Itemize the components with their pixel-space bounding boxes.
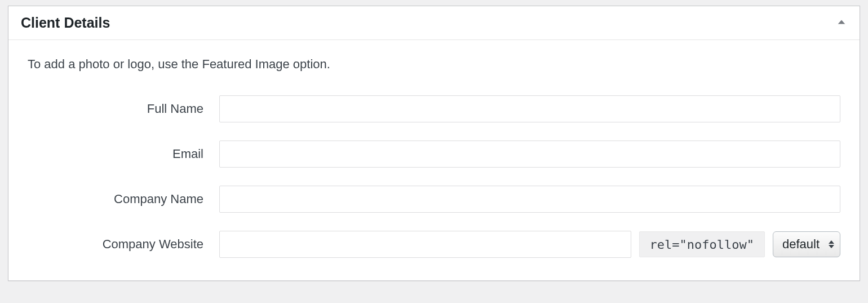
client-details-panel: Client Details To add a photo or logo, u… (8, 6, 860, 281)
email-label: Email (28, 147, 219, 161)
rel-select-value: default (782, 237, 820, 252)
company-website-row: Company Website rel="nofollow" default (28, 231, 840, 258)
company-name-label: Company Name (28, 192, 219, 207)
company-website-input[interactable] (219, 231, 631, 258)
chevron-up-icon (836, 17, 847, 29)
panel-title: Client Details (21, 15, 110, 31)
rel-nofollow-code: rel="nofollow" (639, 231, 765, 257)
email-input[interactable] (219, 140, 840, 168)
panel-intro-text: To add a photo or logo, use the Featured… (28, 57, 840, 72)
email-row: Email (28, 140, 840, 168)
panel-header: Client Details (8, 6, 860, 40)
full-name-input[interactable] (219, 95, 840, 122)
panel-body: To add a photo or logo, use the Featured… (8, 40, 860, 280)
company-name-input[interactable] (219, 186, 840, 213)
company-name-row: Company Name (28, 186, 840, 213)
company-website-label: Company Website (28, 237, 219, 252)
rel-select[interactable]: default (773, 231, 840, 257)
full-name-label: Full Name (28, 102, 219, 116)
full-name-row: Full Name (28, 95, 840, 122)
panel-toggle-button[interactable] (831, 13, 852, 33)
select-arrows-icon (829, 240, 834, 248)
